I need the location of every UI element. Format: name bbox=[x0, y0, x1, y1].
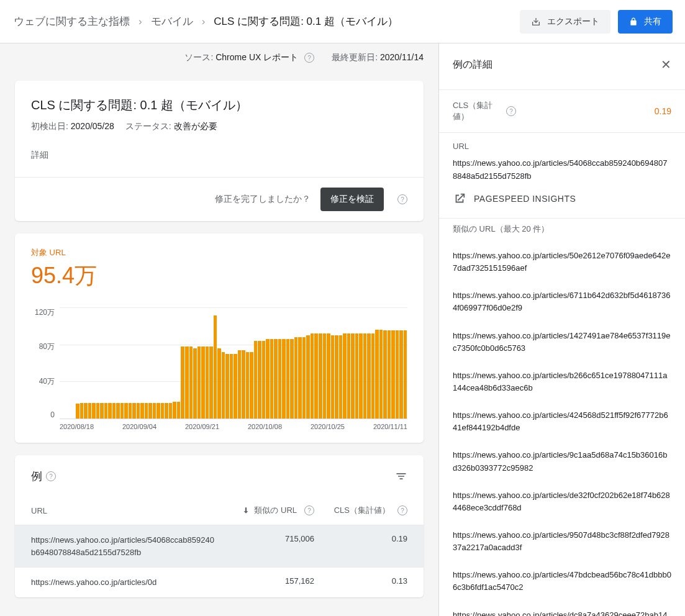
chart-bar bbox=[314, 333, 318, 419]
chart-bar bbox=[258, 341, 261, 419]
chart-bar bbox=[306, 335, 310, 419]
chart-area: 120万80万40万0 2020/08/182020/09/042020/09/… bbox=[31, 307, 407, 432]
chart-bar bbox=[161, 403, 165, 419]
chart-bar bbox=[206, 346, 209, 419]
chart-bar bbox=[246, 352, 250, 419]
first-detected: 初検出日: 2020/05/28 bbox=[31, 121, 114, 132]
verify-fix-button[interactable]: 修正を検証 bbox=[320, 188, 384, 211]
chart-bar bbox=[262, 341, 266, 419]
table-header-row: URL 類似の URL ? CLS（集計値） ? bbox=[15, 496, 424, 525]
examples-heading: 例 ? bbox=[31, 469, 56, 484]
chart-bar bbox=[148, 403, 152, 419]
details-link[interactable]: 詳細 bbox=[31, 150, 407, 161]
issue-card: CLS に関する問題: 0.1 超（モバイル） 初検出日: 2020/05/28… bbox=[15, 81, 424, 221]
x-tick: 2020/09/21 bbox=[185, 423, 219, 432]
share-button[interactable]: 共有 bbox=[618, 10, 673, 34]
y-tick: 80万 bbox=[31, 342, 55, 352]
source-info: ソース: Chrome UX レポート ? bbox=[184, 52, 314, 63]
chart-bar bbox=[88, 403, 92, 419]
chart-bar bbox=[214, 315, 217, 419]
page-header: ウェブに関する主な指標 › モバイル › CLS に関する問題: 0.1 超（モ… bbox=[0, 0, 685, 43]
help-icon[interactable]: ? bbox=[304, 53, 314, 63]
row-cls: 0.13 bbox=[314, 576, 407, 589]
row-cls: 0.19 bbox=[314, 534, 407, 558]
chevron-right-icon: › bbox=[202, 16, 206, 28]
chart-bar bbox=[76, 404, 79, 419]
chart-bar bbox=[282, 339, 286, 419]
breadcrumb-item-0[interactable]: ウェブに関する主な指標 bbox=[14, 14, 130, 29]
chart-bar bbox=[181, 346, 184, 419]
chart-bar bbox=[250, 352, 253, 419]
table-row[interactable]: https://news.yahoo.co.jp/articles/0d157,… bbox=[15, 567, 424, 597]
chart-bar bbox=[193, 348, 197, 419]
share-label: 共有 bbox=[644, 16, 661, 27]
detail-url[interactable]: https://news.yahoo.co.jp/articles/54068c… bbox=[439, 155, 685, 192]
help-icon[interactable]: ? bbox=[304, 505, 314, 515]
sort-down-icon bbox=[242, 506, 250, 515]
similar-url-item[interactable]: https://news.yahoo.co.jp/articles/6711b6… bbox=[439, 282, 685, 322]
help-icon[interactable]: ? bbox=[397, 194, 407, 204]
chart-bar bbox=[238, 350, 242, 419]
chart-bar bbox=[331, 335, 335, 419]
chart-bar bbox=[145, 403, 148, 419]
updated-value: 2020/11/14 bbox=[380, 52, 424, 62]
url-label: URL bbox=[439, 133, 685, 155]
y-axis: 120万80万40万0 bbox=[31, 307, 60, 419]
status: ステータス: 改善が必要 bbox=[125, 121, 217, 132]
similar-url-item[interactable]: https://news.yahoo.co.jp/articles/9507d4… bbox=[439, 522, 685, 561]
chart-bar bbox=[132, 403, 136, 419]
chart-count: 95.4万 bbox=[31, 261, 407, 291]
y-tick: 120万 bbox=[31, 307, 55, 318]
lock-icon bbox=[629, 17, 638, 26]
x-tick: 2020/10/25 bbox=[311, 423, 345, 432]
source-label: ソース: bbox=[184, 52, 215, 62]
row-similar: 157,162 bbox=[221, 576, 314, 589]
chart-bar bbox=[169, 403, 173, 419]
chart-bar bbox=[290, 339, 294, 419]
similar-url-item[interactable]: https://news.yahoo.co.jp/articles/50e261… bbox=[439, 242, 685, 282]
x-tick: 2020/11/11 bbox=[373, 423, 407, 432]
chart-bar bbox=[396, 330, 399, 419]
close-icon[interactable]: ✕ bbox=[661, 57, 671, 72]
chart-bar bbox=[388, 330, 391, 419]
chart-bar bbox=[254, 341, 258, 419]
chart-bar bbox=[343, 333, 347, 419]
table-row[interactable]: https://news.yahoo.co.jp/articles/54068c… bbox=[15, 525, 424, 567]
similar-url-item[interactable]: https://news.yahoo.co.jp/articles/47bdcb… bbox=[439, 561, 685, 601]
col-similar[interactable]: 類似の URL ? bbox=[221, 505, 314, 516]
chart-bar bbox=[375, 330, 379, 419]
chart-bar bbox=[242, 350, 245, 419]
cls-value: 0.19 bbox=[655, 106, 671, 116]
similar-url-item[interactable]: https://news.yahoo.co.jp/articles/b266c6… bbox=[439, 362, 685, 402]
chart-bar bbox=[294, 337, 298, 419]
row-url: https://news.yahoo.co.jp/articles/0d bbox=[31, 576, 221, 589]
col-cls[interactable]: CLS（集計値） ? bbox=[314, 505, 407, 516]
breadcrumb-item-1[interactable]: モバイル bbox=[151, 14, 193, 29]
details-panel: 例の詳細 ✕ CLS（集計値） ? 0.19 URL https://news.… bbox=[438, 43, 685, 616]
cls-label: CLS（集計値） bbox=[453, 100, 496, 122]
chart-bar bbox=[270, 339, 274, 419]
chart-bar bbox=[124, 403, 128, 419]
similar-url-item[interactable]: https://news.yahoo.co.jp/articles/de32f0… bbox=[439, 482, 685, 522]
similar-url-item[interactable]: https://news.yahoo.co.jp/articles/142749… bbox=[439, 322, 685, 362]
help-icon[interactable]: ? bbox=[397, 505, 407, 515]
fix-prompt: 修正を完了しましたか？ bbox=[215, 194, 311, 205]
chart-bar bbox=[185, 346, 189, 419]
help-icon[interactable]: ? bbox=[46, 471, 56, 481]
similar-url-item[interactable]: https://news.yahoo.co.jp/articles/424568… bbox=[439, 402, 685, 442]
pagespeed-link[interactable]: PAGESPEED INSIGHTS bbox=[439, 192, 685, 218]
filter-icon[interactable] bbox=[395, 470, 407, 482]
export-button[interactable]: エクスポート bbox=[520, 10, 610, 34]
similar-url-item[interactable]: https://news.yahoo.co.jp/articles/9c1aa5… bbox=[439, 442, 685, 481]
col-url[interactable]: URL bbox=[31, 505, 221, 516]
main-content: ソース: Chrome UX レポート ? 最終更新日: 2020/11/14 … bbox=[0, 43, 438, 616]
chart-bar bbox=[116, 403, 120, 419]
chart-bar bbox=[108, 403, 112, 419]
header-actions: エクスポート 共有 bbox=[520, 10, 673, 34]
download-icon bbox=[531, 17, 541, 27]
chart-bar bbox=[157, 403, 160, 419]
chart-bar bbox=[323, 333, 327, 419]
similar-url-item[interactable]: https://news.yahoo.co.jp/articles/dc8a7a… bbox=[439, 602, 685, 617]
chart-bar bbox=[129, 403, 132, 419]
help-icon[interactable]: ? bbox=[506, 106, 516, 116]
